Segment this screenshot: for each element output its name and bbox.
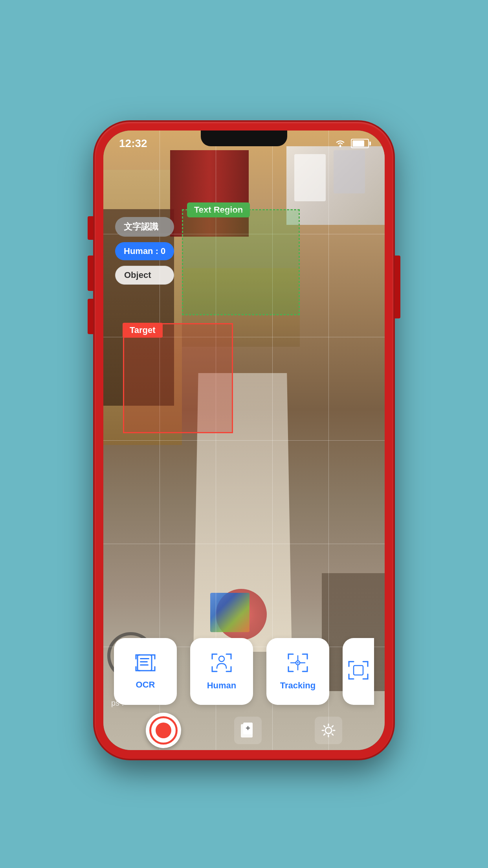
record-dot	[156, 723, 171, 738]
shirts-display	[286, 146, 385, 225]
ocr-button[interactable]: OCR	[114, 638, 177, 705]
human-count-badge[interactable]: Human : 0	[115, 242, 174, 260]
tracking-label: Tracking	[280, 680, 316, 691]
svg-rect-15	[140, 658, 149, 659]
svg-rect-17	[140, 664, 149, 666]
tracking-button[interactable]: Tracking	[266, 638, 329, 705]
phone-screen: 12:32 文字認識 Human : 0 Object	[103, 131, 385, 750]
volume-down-button[interactable]	[88, 299, 93, 334]
record-inner	[149, 716, 178, 745]
wifi-icon	[334, 139, 346, 148]
human-label: Human	[207, 680, 237, 691]
ocr-label: OCR	[136, 680, 155, 690]
phone-frame: 12:32 文字認識 Human : 0 Object	[95, 122, 393, 759]
add-photo-button[interactable]	[234, 717, 262, 744]
target-label: Target	[123, 323, 163, 338]
svg-rect-14	[138, 655, 152, 671]
target-box-fill	[124, 324, 232, 432]
ocr-badge[interactable]: 文字認識	[115, 217, 174, 237]
svg-point-18	[219, 656, 224, 662]
battery-icon	[351, 139, 369, 148]
detection-badges: 文字認識 Human : 0 Object	[115, 217, 174, 285]
record-button[interactable]	[146, 713, 181, 748]
svg-point-24	[297, 662, 299, 664]
status-icons	[334, 139, 369, 148]
notch	[201, 131, 287, 146]
human-icon	[211, 653, 232, 676]
svg-point-30	[325, 727, 332, 734]
camera-viewfinder: 12:32 文字認識 Human : 0 Object	[103, 131, 385, 750]
svg-rect-25	[354, 666, 363, 675]
ocr-icon	[135, 653, 156, 675]
mute-button[interactable]	[88, 216, 93, 240]
status-time: 12:32	[119, 137, 147, 150]
target-box: Target	[123, 323, 233, 433]
bottom-toolbar: OCR	[103, 632, 385, 711]
svg-rect-16	[140, 661, 148, 662]
colorful-item	[210, 593, 250, 632]
object-icon	[348, 660, 369, 683]
ps-label: ps : --	[111, 699, 131, 708]
human-button[interactable]: Human	[190, 638, 253, 705]
object-badge[interactable]: Object	[115, 266, 174, 285]
text-region-box: Text Region	[182, 209, 300, 315]
object-button[interactable]	[343, 638, 374, 705]
tracking-icon	[288, 653, 308, 676]
bottom-action-bar	[103, 711, 385, 750]
svg-point-13	[339, 145, 341, 147]
volume-up-button[interactable]	[88, 256, 93, 291]
power-button[interactable]	[395, 256, 400, 318]
settings-button[interactable]	[315, 717, 342, 744]
